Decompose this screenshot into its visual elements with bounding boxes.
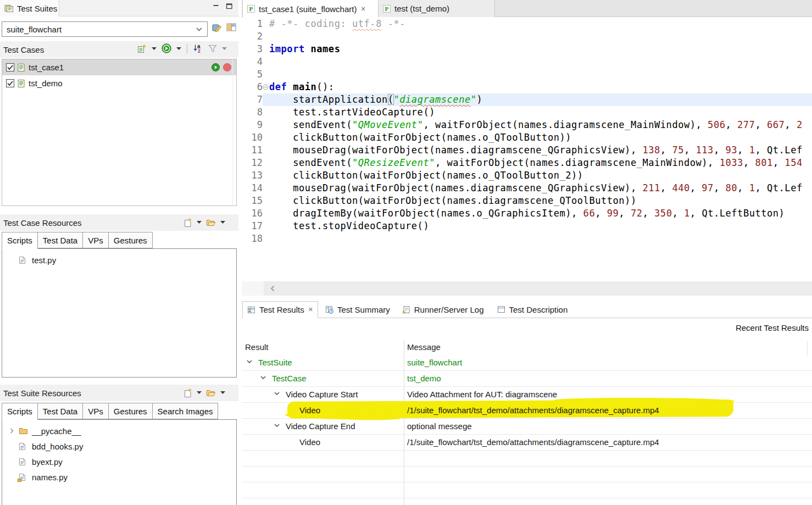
code-text: import names — [269, 43, 812, 56]
code-line[interactable]: 4 — [242, 56, 812, 68]
code-line[interactable]: 15 clickButton(waitForObject(names.diagr… — [242, 195, 812, 207]
chevron-down-icon[interactable] — [274, 424, 280, 427]
code-line[interactable]: 11 mouseDrag(waitForObject(names.diagram… — [242, 144, 812, 157]
code-line[interactable]: 3import names — [242, 43, 812, 56]
tab-test-data[interactable]: Test Data — [38, 232, 83, 248]
close-icon[interactable]: ✕ — [360, 6, 365, 12]
tab-gestures[interactable]: Gestures — [109, 232, 153, 248]
stop-test-icon[interactable] — [223, 63, 231, 71]
resource-item[interactable]: test.py — [2, 252, 236, 268]
empty-result-row — [242, 467, 812, 482]
result-row[interactable]: TestSuitesuite_flowchart — [242, 355, 812, 371]
code-text: clickButton(waitForObject(names.o_QToolB… — [269, 169, 812, 182]
chevron-down-icon[interactable] — [260, 376, 266, 379]
object-map-icon[interactable] — [212, 23, 223, 32]
code-line[interactable]: 12 sendEvent("QResizeEvent", waitForObje… — [242, 157, 812, 169]
minimize-icon[interactable] — [213, 3, 219, 10]
code-line[interactable]: 1# -*- coding: utf-8 -*- — [242, 18, 812, 30]
tab-runner-server-log[interactable]: Runner/Server Log — [398, 301, 488, 318]
suite-selector-combo[interactable]: suite_flowchart — [2, 21, 208, 37]
dropdown-icon[interactable] — [152, 47, 157, 50]
tab-scripts[interactable]: Scripts — [2, 232, 38, 249]
recent-test-results-link[interactable]: Recent Test Results — [736, 323, 809, 332]
resource-item[interactable]: __pycache__ — [2, 423, 236, 439]
dropdown-icon[interactable] — [220, 391, 225, 394]
code-line[interactable]: 8 test.startVideoCapture() — [242, 106, 812, 119]
new-test-case-icon[interactable] — [137, 44, 147, 53]
code-line[interactable]: 2 — [242, 30, 812, 43]
dropdown-icon[interactable] — [176, 47, 181, 50]
maximize-icon[interactable] — [226, 3, 233, 10]
run-test-icon[interactable] — [212, 63, 220, 71]
filter-icon[interactable] — [208, 45, 217, 53]
close-icon[interactable]: ✕ — [308, 307, 313, 313]
chevron-down-icon[interactable] — [247, 360, 252, 363]
dropdown-gray-icon[interactable] — [222, 47, 227, 50]
checkbox-checked-icon[interactable] — [6, 79, 14, 87]
test-suite-resources-files: __pycache__bdd_hooks.pybyext.pynames.py — [2, 423, 236, 485]
columns-icon[interactable] — [226, 23, 236, 31]
result-row[interactable]: Video Capture Endoptional messege — [242, 419, 812, 435]
test-case-label: tst_demo — [29, 79, 63, 88]
tab-test-data[interactable]: Test Data — [38, 403, 83, 419]
tab-scripts[interactable]: Scripts — [2, 403, 38, 420]
code-lines[interactable]: 1# -*- coding: utf-8 -*-23import names45… — [242, 18, 812, 281]
column-message[interactable]: Message — [407, 342, 441, 352]
resource-item[interactable]: bdd_hooks.py — [2, 439, 236, 454]
new-file-icon[interactable] — [183, 388, 192, 397]
scroll-left-icon[interactable] — [270, 285, 275, 292]
code-line[interactable]: 10 clickButton(waitForObject(names.o_QTo… — [242, 131, 812, 144]
code-line[interactable]: 18 — [242, 232, 812, 245]
code-line[interactable]: 9 sendEvent("QMoveEvent", waitForObject(… — [242, 119, 812, 131]
resource-item[interactable]: byext.py — [2, 454, 236, 469]
tab-vps[interactable]: VPs — [83, 403, 109, 419]
code-line[interactable]: 6def main(): — [242, 81, 812, 93]
editor-tab-test[interactable]: P test (tst_demo) — [379, 0, 495, 17]
tab-test-description[interactable]: Test Description — [493, 301, 572, 318]
open-folder-icon[interactable] — [206, 218, 216, 226]
dropdown-icon[interactable] — [220, 221, 225, 224]
code-text: sendEvent("QResizeEvent", waitForObject(… — [269, 157, 812, 169]
tab-gestures[interactable]: Gestures — [109, 403, 153, 419]
message-cell: optional messege — [407, 421, 472, 431]
fold-minus-icon[interactable] — [263, 81, 269, 93]
test-case-doc-icon — [18, 63, 25, 72]
results-table: TestSuitesuite_flowchartTestCasetst_demo… — [242, 355, 812, 505]
code-line[interactable]: 7 startApplication("diagramscene") — [242, 93, 812, 106]
dropdown-icon[interactable] — [197, 391, 202, 394]
result-row[interactable]: TestCasetst_demo — [242, 371, 812, 387]
checkbox-checked-icon[interactable] — [6, 63, 14, 71]
run-icon[interactable] — [162, 43, 171, 53]
tab-vps[interactable]: VPs — [83, 232, 109, 248]
editor-tab-tst-case1[interactable]: P tst_case1 (suite_flowchart) ✕ — [242, 0, 379, 18]
run-controls — [212, 63, 231, 71]
chevron-down-icon[interactable] — [196, 27, 202, 31]
result-row[interactable]: Video/1/suite_flowchart/tst_demo/attachm… — [242, 435, 812, 451]
code-line[interactable]: 13 clickButton(waitForObject(names.o_QTo… — [242, 169, 812, 182]
new-file-icon[interactable] — [183, 218, 192, 227]
code-line[interactable]: 17 test.stopVideoCapture() — [242, 220, 812, 232]
chevron-right-icon[interactable] — [10, 428, 15, 434]
code-line[interactable]: 16 dragItemBy(waitForObject(names.o_QGra… — [242, 207, 812, 220]
tab-search-images[interactable]: Search Images — [153, 403, 219, 419]
open-folder-icon[interactable] — [206, 389, 216, 397]
resource-label: __pycache__ — [32, 426, 81, 436]
test-case-row[interactable]: tst_demo — [2, 75, 236, 91]
test-case-row[interactable]: tst_case1 — [2, 59, 236, 75]
chevron-down-icon[interactable] — [274, 392, 280, 395]
horizontal-scrollbar[interactable] — [242, 281, 812, 296]
code-text: clickButton(waitForObject(names.diagrams… — [269, 195, 812, 207]
python-file-icon — [19, 256, 29, 264]
code-line[interactable]: 14 mouseDrag(waitForObject(names.diagram… — [242, 182, 812, 195]
test-case-label: tst_case1 — [29, 63, 64, 72]
code-text: # -*- coding: utf-8 -*- — [269, 18, 812, 30]
tab-test-summary[interactable]: Test Summary — [321, 301, 394, 318]
dropdown-icon[interactable] — [197, 221, 202, 224]
column-result[interactable]: Result — [245, 342, 269, 352]
suite-selector-value: suite_flowchart — [7, 25, 62, 34]
resource-item[interactable]: names.py — [2, 469, 236, 485]
tab-test-suites[interactable]: Test Suites — [0, 0, 59, 16]
code-line[interactable]: 5 — [242, 68, 812, 81]
sort-az-icon[interactable]: az — [193, 43, 203, 53]
tab-test-results[interactable]: Test Results ✕ — [242, 301, 318, 318]
